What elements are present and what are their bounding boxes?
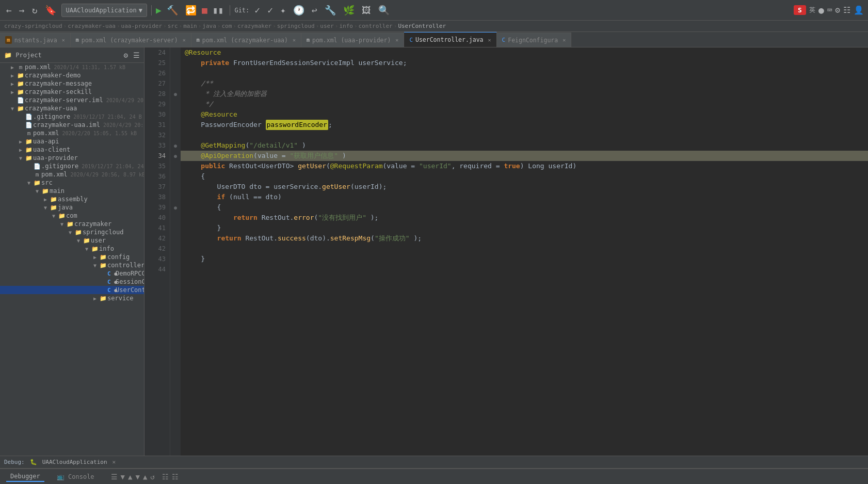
bc-main[interactable]: main (183, 23, 197, 29)
app-dropdown[interactable]: UAACloudApplication ▼ (61, 4, 148, 17)
git-history[interactable]: 🕐 (291, 4, 307, 17)
user-icon[interactable]: 👤 (854, 5, 864, 15)
run-btn[interactable]: ▶ (156, 5, 162, 15)
icon-DemoRPCController: C ● (107, 270, 116, 277)
gutter: ● ● ● ● (170, 47, 181, 456)
icon-pom-root: m (17, 64, 25, 71)
key-icon[interactable]: ⌨ (827, 5, 832, 15)
icon-src: 📁 (33, 180, 41, 186)
mic-icon[interactable]: ● (818, 5, 824, 15)
tree-controller-pkg[interactable]: ▼ 📁 controller (0, 261, 144, 269)
tree-crazymaker-server-iml[interactable]: ▶ 📄 crazymaker-server.iml 2020/4/29 20:5… (0, 96, 144, 104)
tree-info-pkg[interactable]: ▼ 📁 info (0, 245, 144, 253)
debug-btn-5[interactable]: ▲ (143, 473, 147, 481)
sidebar-settings[interactable]: ☰ (133, 51, 140, 59)
bc-java[interactable]: java (202, 23, 216, 29)
bc-crazymaker[interactable]: crazymaker (237, 23, 271, 29)
tab-usercontroller[interactable]: C UserController.java ✕ (404, 32, 496, 47)
tree-springcloud-pkg[interactable]: ▼ 📁 springcloud (0, 228, 144, 236)
reload-btn[interactable]: 🔁 (183, 4, 199, 17)
sidebar-gear[interactable]: ⚙ (124, 51, 128, 59)
tab-feignconfig[interactable]: C FeignConfigura ✕ (497, 33, 572, 47)
git-revert[interactable]: ↩ (310, 4, 319, 17)
grid-icon[interactable]: ☷ (843, 5, 850, 15)
label-controller-pkg: controller (107, 262, 144, 269)
bc-controller[interactable]: controller (359, 23, 393, 29)
tab-constants[interactable]: m nstants.java ✕ (0, 33, 71, 47)
tree-crazymaker-pkg[interactable]: ▼ 📁 crazymaker (0, 220, 144, 228)
tree-pom-root[interactable]: ▶ m pom.xml 2020/1/4 11:31, 1.57 kB (0, 63, 144, 71)
tab-close-usercontroller[interactable]: ✕ (488, 37, 491, 43)
bookmark-btn[interactable]: 🔖 (43, 4, 58, 17)
tree-pom-uaa[interactable]: ▶ m pom.xml 2020/2/20 15:05, 1.55 kB (0, 129, 144, 137)
tree-UserController[interactable]: ▶ C ● UserController (0, 286, 144, 294)
tree-pom-provider[interactable]: ▶ m pom.xml 2020/4/29 20:56, 8.97 kB (0, 170, 144, 179)
git-screen[interactable]: 🖼 (360, 4, 373, 17)
debug-btn-7[interactable]: ☷ (162, 473, 169, 481)
tree-gitignore-uaa[interactable]: ▶ 📄 .gitignore 2019/12/17 21:04, 24 B (0, 112, 144, 121)
tree-assembly[interactable]: ▶ 📁 assembly (0, 195, 144, 203)
tree-crazymaker-uaa[interactable]: ▼ 📁 crazymaker-uaa (0, 104, 144, 112)
tree-com[interactable]: ▼ 📁 com (0, 212, 144, 220)
back-btn[interactable]: ← (4, 4, 14, 17)
git-check2[interactable]: ✓ (265, 4, 275, 17)
stop-btn[interactable]: ■ (202, 5, 207, 15)
tab-debugger[interactable]: Debugger (6, 472, 44, 482)
git-check[interactable]: ✓ (252, 4, 262, 17)
tree-uaa-api[interactable]: ▶ 📁 uaa-api (0, 137, 144, 146)
tree-main[interactable]: ▼ 📁 main (0, 187, 144, 195)
build-btn[interactable]: 🔨 (165, 4, 180, 17)
tab-pom-uaa[interactable]: m pom.xml (crazymaker-uaa) ✕ (191, 33, 301, 47)
bc-usercontroller[interactable]: UserController (398, 23, 446, 29)
tab-pom-provider[interactable]: m pom.xml (uaa-provider) ✕ (301, 33, 404, 47)
bc-com[interactable]: com (221, 23, 232, 29)
tab-close-constants[interactable]: ✕ (62, 37, 65, 43)
debug-btn-3[interactable]: ▲ (128, 473, 132, 481)
settings-icon[interactable]: ⚙ (835, 5, 840, 15)
code-content[interactable]: @Resource private FrontUserEndSessionSer… (181, 47, 868, 456)
tab-close-pom-provider[interactable]: ✕ (395, 37, 398, 43)
bc-info[interactable]: info (339, 23, 353, 29)
debug-icon: 🐛 (30, 459, 37, 465)
debug-btn-6[interactable]: ↺ (150, 473, 154, 481)
tree-crazymaker-message[interactable]: ▶ 📁 crazymaker-message (0, 79, 144, 88)
tree-SessionController[interactable]: ▶ C ● SessionController (0, 278, 144, 286)
tree-config-pkg[interactable]: ▶ 📁 config (0, 253, 144, 261)
pause-btn[interactable]: ▮▮ (211, 4, 226, 17)
debug-close-icon[interactable]: ✕ (112, 459, 116, 465)
arrow-pom-root: ▶ (8, 64, 17, 70)
tree-service-pkg[interactable]: ▶ 📁 service (0, 294, 144, 302)
git-star[interactable]: ✦ (278, 4, 288, 17)
tree-crazymaker-demo[interactable]: ▶ 📁 crazymaker-demo (0, 71, 144, 79)
debug-btn-8[interactable]: ☷ (172, 473, 179, 481)
tab-close-pom-uaa[interactable]: ✕ (293, 37, 296, 43)
git-branch[interactable]: 🌿 (341, 4, 357, 17)
tree-crazymaker-seckill[interactable]: ▶ 📁 crazymaker-seckill (0, 88, 144, 96)
tree-uaa-provider[interactable]: ▼ 📁 uaa-provider (0, 154, 144, 162)
tree-DemoRPCController[interactable]: ▶ C ● DemoRPCControl (0, 269, 144, 278)
tree-crazymaker-uaa-iml[interactable]: ▶ 📄 crazymaker-uaa.iml 2020/4/29 20:57, … (0, 121, 144, 129)
tab-pom-server[interactable]: m pom.xml (crazymaker-server) ✕ (71, 33, 191, 47)
tab-close-pom-server[interactable]: ✕ (183, 37, 186, 43)
bc-src[interactable]: src (168, 23, 178, 29)
tab-console[interactable]: 📺 Console (53, 472, 99, 481)
refresh-btn[interactable]: ↻ (30, 4, 40, 17)
tree-user-pkg[interactable]: ▼ 📁 user (0, 236, 144, 245)
debug-btn-2[interactable]: ▼ (121, 473, 125, 481)
git-wrench[interactable]: 🔧 (323, 4, 338, 17)
editor[interactable]: 24 25 26 27 28 29 30 31 32 33 34 35 36 3… (144, 47, 868, 456)
bc-springcloud[interactable]: springcloud (277, 23, 315, 29)
debug-btn-4[interactable]: ▼ (135, 473, 139, 481)
bc-uaa-provider[interactable]: uaa-provider (121, 23, 162, 29)
bc-crazymaker-uaa[interactable]: crazymaker-uaa (68, 23, 116, 29)
tab-close-feignconfig[interactable]: ✕ (562, 37, 566, 43)
tree-gitignore-provider[interactable]: ▶ 📄 .gitignore 2019/12/17 21:04, 24 B (0, 162, 144, 170)
tree-java[interactable]: ▼ 📁 java (0, 203, 144, 212)
tree-uaa-client[interactable]: ▶ 📁 uaa-client (0, 146, 144, 154)
bc-crazy-springcloud[interactable]: crazy-springcloud (4, 23, 62, 29)
search-btn[interactable]: 🔍 (376, 4, 392, 17)
debug-btn-1[interactable]: ☰ (111, 473, 118, 481)
forward-btn[interactable]: → (17, 4, 27, 17)
tree-src[interactable]: ▼ 📁 src (0, 179, 144, 187)
bc-user[interactable]: user (320, 23, 334, 29)
